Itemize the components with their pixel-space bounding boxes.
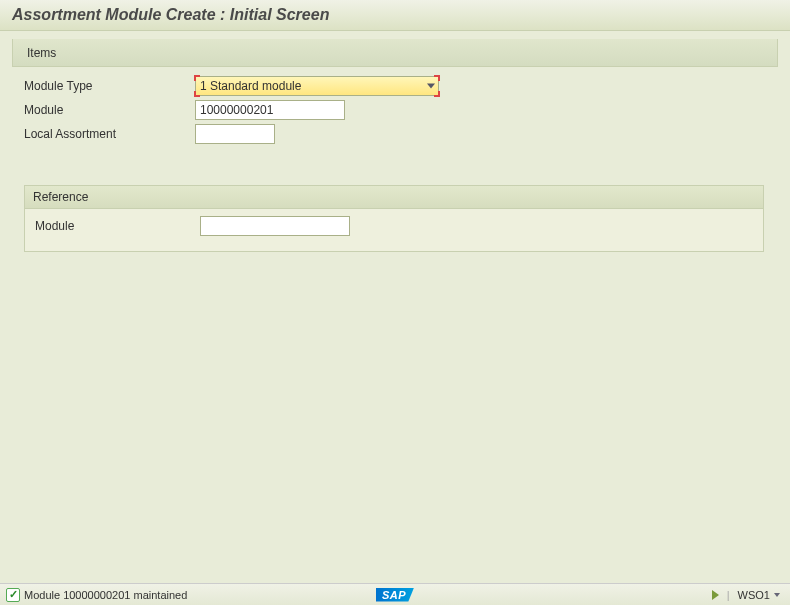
sap-logo: SAP [376, 588, 414, 602]
separator: | [725, 589, 732, 601]
play-icon[interactable] [712, 590, 719, 600]
status-message: Module 10000000201 maintained [24, 589, 187, 601]
required-corner-icon [434, 75, 440, 81]
field-row-module: Module [20, 99, 774, 121]
field-row-local-assortment: Local Assortment [20, 123, 774, 145]
status-message-area: ✓ Module 10000000201 maintained [6, 588, 712, 602]
label-module-type: Module Type [20, 79, 195, 93]
required-corner-icon [194, 75, 200, 81]
toolbar: Items [12, 39, 778, 67]
success-check-icon: ✓ [6, 588, 20, 602]
label-reference-module: Module [25, 219, 200, 233]
field-row-reference-module: Module [25, 215, 763, 237]
required-corner-icon [194, 91, 200, 97]
reference-panel-title: Reference [25, 186, 763, 209]
status-center: SAP [376, 588, 414, 602]
tcode-dropdown[interactable]: WSO1 [738, 589, 784, 601]
local-assortment-input[interactable] [195, 124, 275, 144]
module-type-select[interactable] [195, 76, 439, 96]
label-module: Module [20, 103, 195, 117]
status-right: | WSO1 [712, 589, 784, 601]
status-bar: ✓ Module 10000000201 maintained SAP | WS… [0, 583, 790, 605]
module-input[interactable] [195, 100, 345, 120]
module-type-select-wrap [195, 76, 439, 96]
required-corner-icon [434, 91, 440, 97]
reference-panel: Reference Module [24, 185, 764, 252]
reference-module-input[interactable] [200, 216, 350, 236]
label-local-assortment: Local Assortment [20, 127, 195, 141]
field-row-module-type: Module Type [20, 75, 774, 97]
toolbar-item-items[interactable]: Items [23, 44, 60, 62]
chevron-down-icon [774, 593, 780, 597]
tcode-label: WSO1 [738, 589, 770, 601]
reference-panel-body: Module [25, 209, 763, 251]
content-area: Module Type Module Local Assortment Refe… [0, 67, 790, 260]
page-title: Assortment Module Create : Initial Scree… [0, 0, 790, 31]
